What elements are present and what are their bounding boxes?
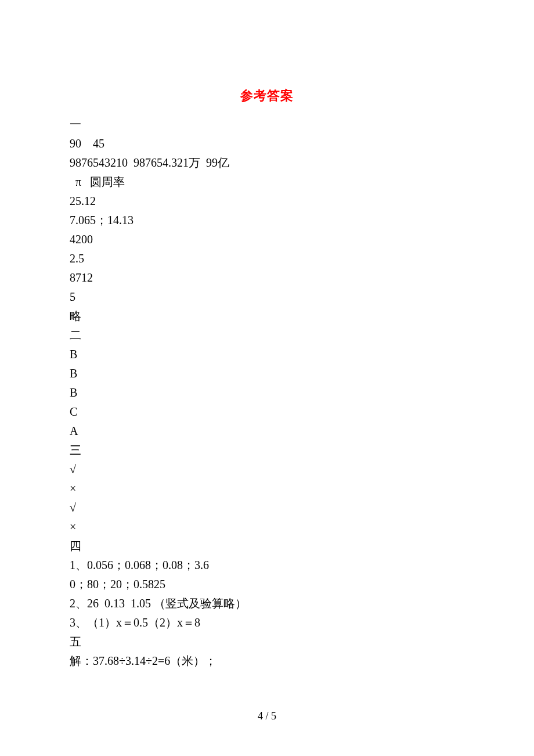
section-1-line: 5 [70, 287, 464, 307]
section-3-answer: × [70, 517, 464, 537]
section-2-answer: B [70, 364, 464, 383]
section-1-line: 略 [70, 307, 464, 326]
section-5-line: 解：37.68÷3.14÷2=6（米）； [70, 651, 464, 671]
section-4-line: 3、（1）x＝0.5（2）x＝8 [70, 613, 464, 632]
section-2-answer: C [70, 402, 464, 422]
section-1-line: 7.065；14.13 [70, 211, 464, 230]
section-4-line: 0；80；20；0.5825 [70, 575, 464, 594]
document-page: 参考答案 一 90 45 9876543210 987654.321万 99亿 … [0, 0, 534, 671]
section-1-line: 4200 [70, 230, 464, 249]
section-3-answer: × [70, 479, 464, 498]
section-5-heading: 五 [70, 632, 464, 651]
section-1-line: 9876543210 987654.321万 99亿 [70, 153, 464, 172]
section-2-answer: A [70, 422, 464, 441]
section-1-heading: 一 [70, 115, 464, 134]
section-4-line: 2、26 0.13 1.05 （竖式及验算略） [70, 594, 464, 613]
section-4-line: 1、0.056；0.068；0.08；3.6 [70, 556, 464, 575]
section-1-line: 2.5 [70, 249, 464, 268]
section-1-line: 25.12 [70, 192, 464, 211]
section-3-answer: √ [70, 498, 464, 517]
section-3-answer: √ [70, 460, 464, 479]
section-1-line: π 圆周率 [70, 172, 464, 192]
section-1-line: 90 45 [70, 134, 464, 153]
page-title: 参考答案 [70, 87, 464, 105]
section-3-heading: 三 [70, 441, 464, 460]
section-1-line: 8712 [70, 268, 464, 287]
section-4-heading: 四 [70, 537, 464, 556]
section-2-heading: 二 [70, 326, 464, 345]
page-number: 4 / 5 [0, 710, 534, 722]
section-2-answer: B [70, 383, 464, 402]
section-2-answer: B [70, 345, 464, 364]
